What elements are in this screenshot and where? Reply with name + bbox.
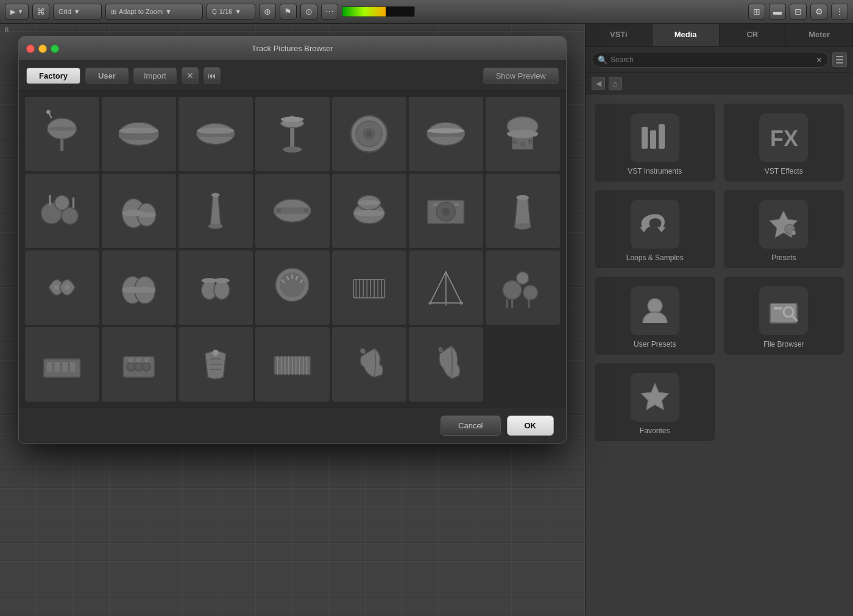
- user-presets-icon: [637, 292, 673, 329]
- favorites-item[interactable]: Favorites: [594, 363, 716, 442]
- instrument-cell-18[interactable]: [179, 250, 253, 325]
- maximize-traffic-light[interactable]: [51, 44, 59, 53]
- instrument-cell-11[interactable]: [255, 174, 330, 248]
- instrument-cell-4[interactable]: [255, 97, 330, 171]
- file-browser-item[interactable]: File Browser: [723, 276, 845, 355]
- quantize-dropdown[interactable]: Q 1/16 ▼: [207, 4, 255, 19]
- svg-point-4: [46, 110, 51, 115]
- svg-point-100: [143, 363, 151, 371]
- grid-label: Grid: [58, 8, 71, 15]
- instrument-cell-12[interactable]: [332, 174, 406, 248]
- svg-point-14: [283, 146, 302, 152]
- instrument-cell-15[interactable]: [486, 174, 560, 248]
- meter-tab[interactable]: Meter: [786, 24, 853, 46]
- settings-btn[interactable]: ⚙: [810, 4, 827, 19]
- instrument-cell-25[interactable]: [179, 327, 253, 402]
- svg-point-2: [48, 127, 77, 131]
- ok-button[interactable]: OK: [507, 416, 554, 436]
- layout1-btn[interactable]: ⊞: [748, 4, 765, 19]
- instrument-cell-1[interactable]: [25, 97, 99, 171]
- level-meter: [342, 6, 415, 17]
- instrument-cell-27[interactable]: [332, 327, 406, 402]
- vsti-tab[interactable]: VSTi: [586, 24, 653, 46]
- import-btn[interactable]: Import: [133, 68, 177, 84]
- loops-samples-item[interactable]: Loops & Samples: [594, 189, 716, 269]
- back-btn[interactable]: ◀: [592, 77, 605, 90]
- svg-point-27: [512, 140, 518, 145]
- home-btn[interactable]: ⌂: [609, 77, 622, 90]
- layout3-btn[interactable]: ⊟: [790, 4, 807, 19]
- instrument-cell-17[interactable]: [102, 250, 176, 325]
- arrow-tool-btn[interactable]: ▶ ▼: [5, 4, 29, 19]
- tool2-btn[interactable]: ⚑: [280, 4, 297, 19]
- svg-point-7: [119, 128, 159, 134]
- layout2-btn[interactable]: ▬: [769, 4, 786, 19]
- instrument-cell-24[interactable]: [102, 327, 176, 402]
- file-browser-icon: [765, 292, 802, 329]
- instrument-cell-6[interactable]: [409, 97, 483, 171]
- instrument-cell-16[interactable]: [25, 250, 99, 325]
- tool1-btn[interactable]: ⊕: [259, 4, 276, 19]
- presets-item[interactable]: Presets: [723, 189, 845, 269]
- svg-point-12: [197, 128, 234, 134]
- instrument-cell-10[interactable]: [179, 174, 253, 248]
- svg-rect-124: [650, 130, 656, 149]
- vst-instruments-label: VST Instruments: [628, 167, 682, 175]
- instrument-cell-13[interactable]: [409, 174, 483, 248]
- instrument-cell-9[interactable]: [102, 174, 176, 248]
- cancel-button[interactable]: Cancel: [441, 416, 500, 436]
- grid-dropdown[interactable]: Grid ▼: [53, 4, 102, 19]
- instrument-cell-2[interactable]: [102, 97, 176, 171]
- instrument-cell-20[interactable]: [332, 250, 406, 325]
- instrument-cell-5[interactable]: [332, 97, 406, 171]
- cr-tab[interactable]: CR: [720, 24, 787, 46]
- factory-tab[interactable]: Factory: [26, 68, 80, 84]
- clear-btn[interactable]: ✕: [182, 67, 199, 84]
- snap-btn[interactable]: ⌘: [32, 4, 49, 19]
- list-view-btn[interactable]: ☰: [832, 52, 847, 67]
- search-input[interactable]: [592, 52, 829, 68]
- svg-rect-44: [304, 209, 308, 213]
- vst-instruments-item[interactable]: VST Instruments: [594, 103, 716, 182]
- tool2-icon: ⚑: [284, 7, 292, 16]
- loops-samples-icon: [637, 206, 673, 243]
- tool4-btn[interactable]: ⋯: [321, 4, 338, 19]
- instrument-cell-28[interactable]: [409, 327, 483, 402]
- instrument-cell-22[interactable]: [486, 250, 560, 325]
- svg-marker-135: [642, 384, 668, 409]
- modal-titlebar: Track Pictures Browser: [19, 37, 566, 61]
- tool3-btn[interactable]: ⊙: [300, 4, 317, 19]
- favorites-icon-box: [631, 373, 679, 422]
- svg-rect-96: [70, 362, 76, 372]
- close-traffic-light[interactable]: [26, 44, 35, 53]
- favorites-label: Favorites: [640, 427, 670, 435]
- instrument-cell-21[interactable]: [409, 250, 483, 325]
- snap-icon: ⌘: [37, 7, 45, 16]
- minimize-traffic-light[interactable]: [38, 44, 47, 53]
- tool4-icon: ⋯: [325, 7, 334, 16]
- svg-point-55: [514, 223, 531, 229]
- main-content: 6 Track Pictures Browser Factory User: [0, 24, 853, 616]
- svg-rect-43: [277, 209, 281, 213]
- more-btn[interactable]: ⋮: [831, 4, 848, 19]
- vst-effects-item[interactable]: FX VST Effects: [723, 103, 845, 182]
- instrument-cell-26[interactable]: [255, 327, 330, 402]
- rewind-btn[interactable]: ⏮: [204, 67, 221, 84]
- media-tab[interactable]: Media: [653, 24, 720, 46]
- instrument-cell-7[interactable]: [486, 97, 560, 171]
- user-tab[interactable]: User: [85, 68, 129, 84]
- svg-point-63: [214, 281, 230, 300]
- right-panel-tabs: VSTi Media CR Meter: [586, 24, 853, 47]
- adapt-to-zoom-dropdown[interactable]: ⊞ Adapt to Zoom ▼: [105, 4, 203, 19]
- instrument-cell-3[interactable]: [179, 97, 253, 171]
- svg-point-23: [427, 129, 464, 134]
- adapt-to-zoom-label: Adapt to Zoom: [119, 8, 163, 15]
- show-preview-btn[interactable]: Show Preview: [483, 68, 559, 84]
- file-browser-label: File Browser: [763, 340, 804, 349]
- instrument-cell-19[interactable]: [255, 250, 330, 325]
- user-presets-item[interactable]: User Presets: [594, 276, 716, 355]
- instrument-cell-8[interactable]: [25, 174, 99, 248]
- instrument-cell-23[interactable]: [25, 327, 99, 402]
- svg-point-65: [214, 278, 230, 284]
- search-clear-icon[interactable]: ✕: [816, 55, 823, 65]
